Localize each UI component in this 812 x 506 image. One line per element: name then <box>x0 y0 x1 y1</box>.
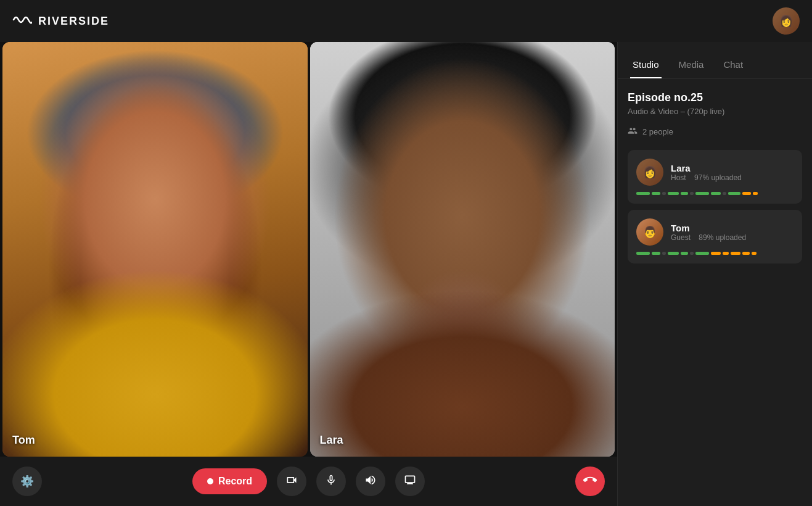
lara-progress-bar <box>636 192 794 195</box>
tab-media[interactable]: Media <box>676 52 707 78</box>
sidebar: Studio Media Chat Episode no.25 Audio & … <box>617 42 812 506</box>
lara-video-figure <box>310 42 615 457</box>
lara-sidebar-name: Lara <box>671 163 794 173</box>
lara-seg1 <box>636 192 650 195</box>
people-count: 2 people <box>628 126 802 138</box>
avatar[interactable]: 👩 <box>773 7 800 35</box>
video-feed-tom: Tom <box>2 42 308 457</box>
tom-progress-bar <box>636 252 794 255</box>
mic-button[interactable] <box>316 467 346 496</box>
tom-info: Tom Guest 89% uploaded <box>671 223 794 242</box>
people-count-label: 2 people <box>642 127 673 136</box>
record-button[interactable]: Record <box>192 468 267 494</box>
tom-role-upload: Guest 89% uploaded <box>671 233 794 242</box>
lara-seg6 <box>690 192 694 195</box>
camera-icon <box>285 474 298 489</box>
episode-subtitle: Audio & Video – (720p live) <box>628 107 802 116</box>
tom-upload-pct: 89% uploaded <box>699 233 746 242</box>
logo: RIVERSIDE <box>12 12 109 30</box>
lara-name-label: Lara <box>320 434 343 447</box>
tab-chat[interactable]: Chat <box>721 52 745 78</box>
lara-avatar: 👩 <box>636 159 663 186</box>
record-label: Record <box>218 476 252 487</box>
speaker-icon <box>364 474 377 489</box>
tom-avatar: 👨 <box>636 218 663 246</box>
toolbar-left-section: ⚙️ <box>12 467 42 496</box>
end-call-button[interactable] <box>575 467 605 496</box>
lara-seg-last <box>753 192 758 195</box>
lara-seg11 <box>742 192 751 195</box>
logo-icon <box>12 12 32 30</box>
tom-seg-last <box>752 252 757 255</box>
toolbar: ⚙️ Record <box>0 457 617 506</box>
video-area: Tom Lara ⚙️ Record <box>0 42 617 506</box>
video-feeds: Tom Lara <box>0 42 617 457</box>
screen-icon <box>404 474 416 489</box>
toolbar-right-section <box>575 467 605 496</box>
logo-text: RIVERSIDE <box>38 15 109 28</box>
record-dot-icon <box>207 478 213 484</box>
sidebar-content: Episode no.25 Audio & Video – (720p live… <box>618 79 812 506</box>
people-icon <box>628 126 638 138</box>
lara-role: Host <box>671 173 686 182</box>
main-content: Tom Lara ⚙️ Record <box>0 42 812 506</box>
participant-card-lara: 👩 Lara Host 97% uploaded <box>628 150 802 204</box>
lara-seg9 <box>723 192 726 195</box>
tom-seg1 <box>636 252 650 255</box>
tom-name-label: Tom <box>12 434 35 447</box>
tom-seg7 <box>695 252 709 255</box>
tom-seg2 <box>652 252 660 255</box>
tom-seg3 <box>662 252 666 255</box>
tom-seg9 <box>723 252 729 255</box>
tom-seg10 <box>731 252 740 255</box>
lara-seg3 <box>662 192 666 195</box>
lara-role-upload: Host 97% uploaded <box>671 173 794 182</box>
tom-participant-header: 👨 Tom Guest 89% uploaded <box>636 218 794 246</box>
lara-seg10 <box>728 192 740 195</box>
screen-share-button[interactable] <box>395 467 425 496</box>
tom-seg6 <box>690 252 694 255</box>
end-call-icon <box>583 473 597 490</box>
lara-seg5 <box>681 192 688 195</box>
tom-seg11 <box>742 252 750 255</box>
tom-seg8 <box>711 252 721 255</box>
lara-seg4 <box>668 192 679 195</box>
lara-info: Lara Host 97% uploaded <box>671 163 794 182</box>
header: RIVERSIDE 👩 <box>0 0 812 42</box>
episode-info: Episode no.25 Audio & Video – (720p live… <box>628 91 802 138</box>
tom-seg5 <box>681 252 688 255</box>
settings-icon: ⚙️ <box>20 475 34 488</box>
episode-title: Episode no.25 <box>628 91 802 104</box>
participant-card-tom: 👨 Tom Guest 89% uploaded <box>628 210 802 263</box>
video-feed-lara: Lara <box>310 42 615 457</box>
tab-studio[interactable]: Studio <box>630 52 662 78</box>
tom-seg4 <box>668 252 679 255</box>
camera-button[interactable] <box>277 467 306 496</box>
speaker-button[interactable] <box>356 467 385 496</box>
lara-participant-header: 👩 Lara Host 97% uploaded <box>636 159 794 186</box>
lara-seg2 <box>652 192 660 195</box>
tom-video-figure <box>2 42 308 457</box>
mic-icon <box>325 474 337 489</box>
lara-upload-pct: 97% uploaded <box>694 173 742 182</box>
lara-seg8 <box>711 192 721 195</box>
tom-role: Guest <box>671 233 691 242</box>
tom-sidebar-name: Tom <box>671 223 794 233</box>
sidebar-tabs: Studio Media Chat <box>618 42 812 79</box>
lara-seg7 <box>695 192 709 195</box>
settings-button[interactable]: ⚙️ <box>12 467 42 496</box>
